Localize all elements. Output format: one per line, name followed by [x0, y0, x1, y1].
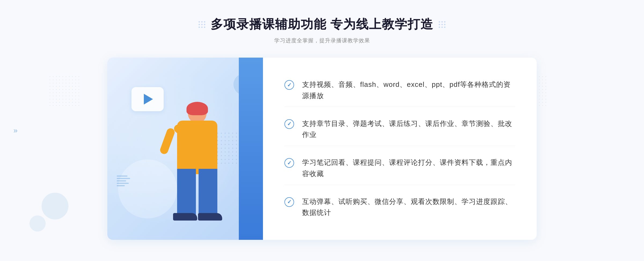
- person-arm-left: [159, 127, 176, 155]
- feature-text-3: 学习笔记回看、课程提问、课程评论打分、课件资料下载，重点内容收藏: [302, 157, 515, 179]
- check-mark-1: ✓: [287, 82, 292, 88]
- feature-item-4: ✓ 互动弹幕、试听购买、微信分享、观看次数限制、学习进度跟踪、数据统计: [284, 191, 515, 224]
- main-title: 多项录播课辅助功能 专为线上教学打造: [211, 16, 434, 33]
- person-shoe-left: [173, 213, 197, 221]
- dot-pattern-left: [48, 75, 80, 107]
- person-figure: [153, 100, 233, 240]
- page-container: 多项录播课辅助功能 专为线上教学打造: [0, 0, 644, 261]
- deco-circle-outer-1: [42, 193, 68, 219]
- person-pants-left: [177, 169, 196, 217]
- chevron-arrow: »: [13, 127, 18, 134]
- feature-item-2: ✓ 支持章节目录、弹题考试、课后练习、课后作业、章节测验、批改作业: [284, 113, 515, 146]
- header-decoration: 多项录播课辅助功能 专为线上教学打造: [199, 16, 446, 33]
- header-pattern-left: [199, 21, 205, 28]
- features-panel: ✓ 支持视频、音频、flash、word、excel、ppt、pdf等各种格式的…: [263, 58, 537, 240]
- header-section: 多项录播课辅助功能 专为线上教学打造: [199, 16, 446, 44]
- check-icon-2: ✓: [284, 119, 294, 129]
- person-shoe-right: [198, 213, 222, 221]
- feature-text-1: 支持视频、音频、flash、word、excel、ppt、pdf等各种格式的资源…: [302, 79, 515, 101]
- feature-text-2: 支持章节目录、弹题考试、课后练习、课后作业、章节测验、批改作业: [302, 118, 515, 140]
- play-triangle-icon: [144, 94, 153, 105]
- check-mark-4: ✓: [287, 199, 292, 204]
- person-hair: [186, 102, 208, 115]
- header-pattern-right: [439, 21, 445, 28]
- feature-item-1: ✓ 支持视频、音频、flash、word、excel、ppt、pdf等各种格式的…: [284, 74, 515, 107]
- feature-text-4: 互动弹幕、试听购买、微信分享、观看次数限制、学习进度跟踪、数据统计: [302, 196, 515, 218]
- content-card: ✓ 支持视频、音频、flash、word、excel、ppt、pdf等各种格式的…: [107, 58, 537, 240]
- check-mark-3: ✓: [287, 160, 292, 166]
- check-icon-1: ✓: [284, 80, 294, 90]
- check-icon-4: ✓: [284, 197, 294, 207]
- blue-sidebar-accent: [239, 58, 263, 240]
- person-body: [177, 121, 217, 174]
- person-pants-right: [199, 169, 217, 217]
- side-chevrons: »: [13, 127, 18, 134]
- check-mark-2: ✓: [287, 121, 292, 126]
- sub-title: 学习进度全掌握，提升录播课教学效果: [199, 37, 446, 44]
- illustration-panel: [107, 58, 263, 240]
- feature-item-3: ✓ 学习笔记回看、课程提问、课程评论打分、课件资料下载，重点内容收藏: [284, 152, 515, 185]
- deco-lines: [117, 176, 130, 197]
- deco-circle-outer-2: [30, 215, 46, 232]
- check-icon-3: ✓: [284, 158, 294, 168]
